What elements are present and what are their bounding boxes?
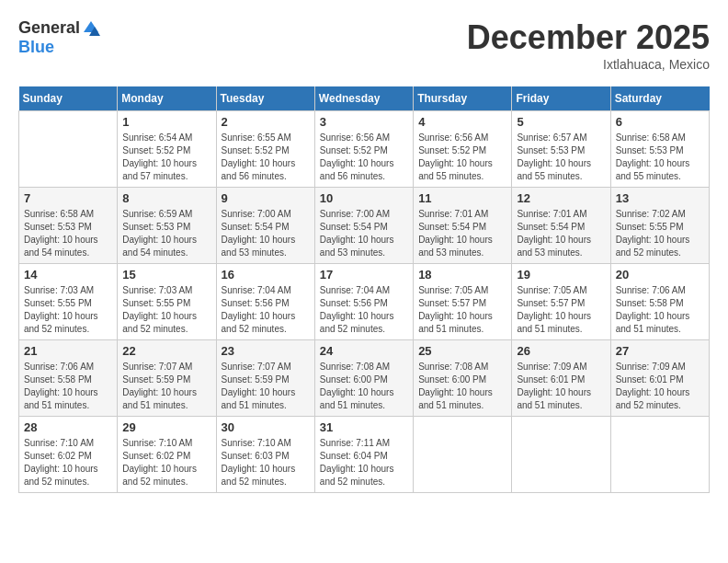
day-number: 28	[24, 420, 112, 434]
logo: General Blue	[18, 18, 102, 57]
table-row: 16 Sunrise: 7:04 AM Sunset: 5:56 PM Dayl…	[216, 264, 314, 340]
table-row: 20 Sunrise: 7:06 AM Sunset: 5:58 PM Dayl…	[610, 264, 709, 340]
table-row: 25 Sunrise: 7:08 AM Sunset: 6:00 PM Dayl…	[414, 340, 512, 417]
col-monday: Monday	[118, 86, 216, 111]
day-info: Sunrise: 7:02 AM Sunset: 5:55 PM Dayligh…	[616, 208, 704, 259]
table-row: 13 Sunrise: 7:02 AM Sunset: 5:55 PM Dayl…	[610, 188, 709, 264]
day-number: 24	[320, 344, 408, 358]
day-info: Sunrise: 7:00 AM Sunset: 5:54 PM Dayligh…	[222, 208, 310, 259]
day-number: 3	[320, 115, 408, 129]
table-row: 27 Sunrise: 7:09 AM Sunset: 6:01 PM Dayl…	[610, 340, 709, 417]
day-number: 14	[24, 268, 112, 282]
day-number: 1	[122, 115, 210, 129]
title-block: December 2025 Ixtlahuaca, Mexico	[467, 18, 710, 72]
table-row: 22 Sunrise: 7:07 AM Sunset: 5:59 PM Dayl…	[118, 340, 216, 417]
table-row	[610, 417, 709, 493]
day-number: 27	[616, 344, 704, 358]
day-info: Sunrise: 7:01 AM Sunset: 5:54 PM Dayligh…	[418, 208, 506, 259]
day-number: 18	[418, 268, 506, 282]
table-row: 31 Sunrise: 7:11 AM Sunset: 6:04 PM Dayl…	[314, 417, 413, 493]
logo-icon	[82, 19, 100, 38]
location: Ixtlahuaca, Mexico	[467, 57, 710, 72]
table-row	[19, 111, 118, 188]
day-info: Sunrise: 6:55 AM Sunset: 5:52 PM Dayligh…	[222, 132, 310, 183]
day-info: Sunrise: 7:01 AM Sunset: 5:54 PM Dayligh…	[517, 208, 605, 259]
calendar-header-row: Sunday Monday Tuesday Wednesday Thursday…	[19, 86, 710, 111]
day-number: 8	[122, 191, 210, 205]
col-tuesday: Tuesday	[216, 86, 314, 111]
table-row	[512, 417, 610, 493]
day-number: 6	[616, 115, 704, 129]
day-info: Sunrise: 6:58 AM Sunset: 5:53 PM Dayligh…	[24, 208, 112, 259]
col-saturday: Saturday	[610, 86, 709, 111]
calendar-table: Sunday Monday Tuesday Wednesday Thursday…	[18, 86, 710, 493]
page-header: General Blue December 2025 Ixtlahuaca, M…	[18, 18, 710, 72]
table-row: 18 Sunrise: 7:05 AM Sunset: 5:57 PM Dayl…	[414, 264, 512, 340]
month-title: December 2025	[467, 18, 710, 57]
col-friday: Friday	[512, 86, 610, 111]
logo-blue-text: Blue	[18, 38, 54, 57]
calendar-week-row: 7 Sunrise: 6:58 AM Sunset: 5:53 PM Dayli…	[19, 188, 710, 264]
table-row: 10 Sunrise: 7:00 AM Sunset: 5:54 PM Dayl…	[314, 188, 413, 264]
day-info: Sunrise: 6:59 AM Sunset: 5:53 PM Dayligh…	[122, 208, 210, 259]
day-info: Sunrise: 7:06 AM Sunset: 5:58 PM Dayligh…	[616, 284, 704, 336]
day-number: 26	[517, 344, 605, 358]
table-row: 28 Sunrise: 7:10 AM Sunset: 6:02 PM Dayl…	[19, 417, 118, 493]
day-info: Sunrise: 6:56 AM Sunset: 5:52 PM Dayligh…	[320, 132, 408, 183]
day-number: 13	[616, 191, 704, 205]
day-info: Sunrise: 7:08 AM Sunset: 6:00 PM Dayligh…	[320, 361, 408, 412]
day-number: 30	[222, 420, 310, 434]
day-number: 7	[24, 191, 112, 205]
calendar-week-row: 28 Sunrise: 7:10 AM Sunset: 6:02 PM Dayl…	[19, 417, 710, 493]
day-info: Sunrise: 7:10 AM Sunset: 6:03 PM Dayligh…	[222, 437, 310, 488]
table-row: 1 Sunrise: 6:54 AM Sunset: 5:52 PM Dayli…	[118, 111, 216, 188]
day-number: 29	[122, 420, 210, 434]
day-number: 23	[222, 344, 310, 358]
day-info: Sunrise: 6:56 AM Sunset: 5:52 PM Dayligh…	[418, 132, 506, 183]
day-info: Sunrise: 7:09 AM Sunset: 6:01 PM Dayligh…	[616, 361, 704, 412]
table-row: 23 Sunrise: 7:07 AM Sunset: 5:59 PM Dayl…	[216, 340, 314, 417]
col-thursday: Thursday	[414, 86, 512, 111]
day-info: Sunrise: 7:00 AM Sunset: 5:54 PM Dayligh…	[320, 208, 408, 259]
day-info: Sunrise: 7:11 AM Sunset: 6:04 PM Dayligh…	[320, 437, 408, 488]
col-sunday: Sunday	[19, 86, 118, 111]
col-wednesday: Wednesday	[314, 86, 413, 111]
table-row: 4 Sunrise: 6:56 AM Sunset: 5:52 PM Dayli…	[414, 111, 512, 188]
table-row: 26 Sunrise: 7:09 AM Sunset: 6:01 PM Dayl…	[512, 340, 610, 417]
day-info: Sunrise: 7:10 AM Sunset: 6:02 PM Dayligh…	[122, 437, 210, 488]
table-row: 12 Sunrise: 7:01 AM Sunset: 5:54 PM Dayl…	[512, 188, 610, 264]
day-number: 2	[222, 115, 310, 129]
day-info: Sunrise: 6:58 AM Sunset: 5:53 PM Dayligh…	[616, 132, 704, 183]
table-row: 6 Sunrise: 6:58 AM Sunset: 5:53 PM Dayli…	[610, 111, 709, 188]
day-info: Sunrise: 7:09 AM Sunset: 6:01 PM Dayligh…	[517, 361, 605, 412]
calendar-week-row: 1 Sunrise: 6:54 AM Sunset: 5:52 PM Dayli…	[19, 111, 710, 188]
table-row: 14 Sunrise: 7:03 AM Sunset: 5:55 PM Dayl…	[19, 264, 118, 340]
calendar-week-row: 21 Sunrise: 7:06 AM Sunset: 5:58 PM Dayl…	[19, 340, 710, 417]
day-info: Sunrise: 7:07 AM Sunset: 5:59 PM Dayligh…	[122, 361, 210, 412]
table-row: 11 Sunrise: 7:01 AM Sunset: 5:54 PM Dayl…	[414, 188, 512, 264]
day-info: Sunrise: 7:03 AM Sunset: 5:55 PM Dayligh…	[24, 284, 112, 336]
table-row: 15 Sunrise: 7:03 AM Sunset: 5:55 PM Dayl…	[118, 264, 216, 340]
table-row: 7 Sunrise: 6:58 AM Sunset: 5:53 PM Dayli…	[19, 188, 118, 264]
day-number: 20	[616, 268, 704, 282]
day-number: 21	[24, 344, 112, 358]
day-number: 16	[222, 268, 310, 282]
day-info: Sunrise: 7:05 AM Sunset: 5:57 PM Dayligh…	[418, 284, 506, 336]
day-number: 19	[517, 268, 605, 282]
calendar-week-row: 14 Sunrise: 7:03 AM Sunset: 5:55 PM Dayl…	[19, 264, 710, 340]
day-info: Sunrise: 6:57 AM Sunset: 5:53 PM Dayligh…	[517, 132, 605, 183]
table-row: 8 Sunrise: 6:59 AM Sunset: 5:53 PM Dayli…	[118, 188, 216, 264]
table-row: 21 Sunrise: 7:06 AM Sunset: 5:58 PM Dayl…	[19, 340, 118, 417]
table-row: 5 Sunrise: 6:57 AM Sunset: 5:53 PM Dayli…	[512, 111, 610, 188]
day-number: 31	[320, 420, 408, 434]
day-info: Sunrise: 7:04 AM Sunset: 5:56 PM Dayligh…	[320, 284, 408, 336]
day-info: Sunrise: 7:08 AM Sunset: 6:00 PM Dayligh…	[418, 361, 506, 412]
day-info: Sunrise: 7:05 AM Sunset: 5:57 PM Dayligh…	[517, 284, 605, 336]
day-number: 11	[418, 191, 506, 205]
day-number: 10	[320, 191, 408, 205]
day-info: Sunrise: 7:07 AM Sunset: 5:59 PM Dayligh…	[222, 361, 310, 412]
table-row: 2 Sunrise: 6:55 AM Sunset: 5:52 PM Dayli…	[216, 111, 314, 188]
day-number: 17	[320, 268, 408, 282]
day-number: 5	[517, 115, 605, 129]
table-row: 17 Sunrise: 7:04 AM Sunset: 5:56 PM Dayl…	[314, 264, 413, 340]
